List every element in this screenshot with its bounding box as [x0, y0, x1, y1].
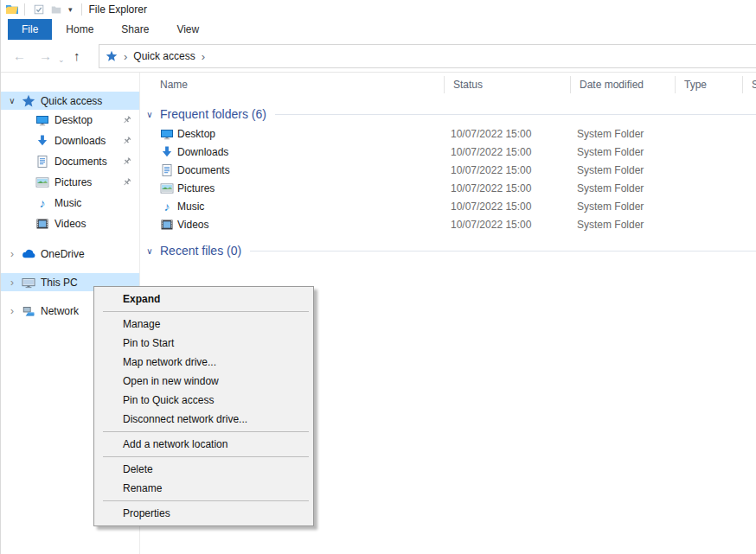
column-header-status[interactable]: Status	[444, 76, 570, 93]
pictures-icon	[35, 175, 49, 189]
sidebar-item-label: Desktop	[54, 114, 93, 126]
file-name: Documents	[177, 164, 230, 176]
new-folder-icon	[50, 3, 62, 16]
sidebar-item-label: Music	[54, 197, 81, 209]
quick-access-star-icon	[106, 50, 118, 62]
sidebar-item-pictures[interactable]: Pictures	[1, 172, 139, 193]
navigation-bar: ← → ⌄ ↑ › Quick access ›	[1, 40, 756, 73]
pin-icon	[121, 136, 132, 147]
tab-share[interactable]: Share	[107, 19, 163, 40]
file-row-videos[interactable]: Videos10/07/2022 15:00System Folder	[140, 215, 756, 233]
address-bar[interactable]: › Quick access ›	[99, 44, 756, 68]
file-name-cell: Pictures	[140, 181, 444, 195]
date-modified-cell: 10/07/2022 15:00	[444, 219, 570, 231]
date-modified-cell: 10/07/2022 15:00	[444, 201, 570, 213]
qat-properties-button[interactable]	[30, 3, 48, 16]
quick-access-star-icon	[22, 94, 35, 108]
file-row-downloads[interactable]: Downloads10/07/2022 15:00System Folder	[140, 143, 756, 161]
sidebar-item-label: Videos	[54, 218, 86, 230]
up-button[interactable]: ↑	[74, 48, 80, 65]
downloads-icon	[160, 145, 174, 159]
forward-button[interactable]: →	[39, 48, 52, 65]
group-header-frequent-folders[interactable]: ∨Frequent folders (6)	[140, 104, 756, 124]
context-menu: ExpandManagePin to StartMap network driv…	[93, 286, 314, 526]
chevron-down-icon[interactable]: ∨	[6, 96, 18, 105]
titlebar-separator	[24, 3, 25, 16]
back-button[interactable]: ←	[13, 48, 26, 65]
ribbon-tab-bar: FileHomeShareView	[1, 19, 756, 40]
group-rule	[250, 251, 756, 252]
column-header-date-modified[interactable]: Date modified	[570, 76, 675, 93]
desktop-icon	[35, 113, 49, 127]
file-name-cell: Documents	[140, 163, 444, 177]
column-header-row: NameStatusDate modifiedTypeSize	[140, 73, 756, 97]
qat-customize-button[interactable]: ▾	[65, 6, 76, 14]
menu-separator	[103, 500, 309, 501]
column-header-size[interactable]: Size	[742, 76, 756, 93]
breadcrumb-quick-access[interactable]: Quick access	[133, 50, 195, 62]
menu-item-properties[interactable]: Properties	[94, 504, 313, 523]
menu-item-rename[interactable]: Rename	[94, 479, 313, 498]
file-row-desktop[interactable]: Desktop10/07/2022 15:00System Folder	[140, 124, 756, 143]
breadcrumb-chevron-icon[interactable]: ›	[195, 50, 211, 63]
music-icon: ♪	[160, 200, 174, 213]
breadcrumb-chevron-icon[interactable]: ›	[118, 50, 133, 63]
tab-file[interactable]: File	[8, 19, 52, 40]
chevron-right-icon[interactable]: ›	[6, 277, 18, 289]
menu-item-pin-to-start[interactable]: Pin to Start	[94, 334, 313, 353]
sidebar-item-label: Network	[41, 305, 79, 317]
chevron-down-icon[interactable]: ∨	[143, 110, 157, 119]
sidebar-item-downloads[interactable]: Downloads	[1, 131, 139, 151]
file-explorer-icon	[5, 3, 19, 16]
type-cell: System Folder	[570, 182, 675, 194]
window-title: File Explorer	[89, 3, 147, 16]
menu-item-pin-to-quick-access[interactable]: Pin to Quick access	[94, 391, 313, 410]
sidebar-item-label: This PC	[41, 277, 78, 289]
chevron-right-icon[interactable]: ›	[6, 248, 18, 260]
sidebar-item-label: Downloads	[54, 135, 106, 147]
sidebar-item-quick-access[interactable]: ∨Quick access	[1, 92, 139, 110]
menu-item-delete[interactable]: Delete	[94, 460, 313, 479]
menu-item-disconnect-network-drive[interactable]: Disconnect network drive...	[94, 410, 313, 429]
column-header-type[interactable]: Type	[675, 76, 742, 93]
file-name: Pictures	[177, 182, 215, 194]
date-modified-cell: 10/07/2022 15:00	[444, 182, 570, 194]
sidebar-item-onedrive[interactable]: ›OneDrive	[1, 245, 139, 263]
menu-item-expand[interactable]: Expand	[94, 290, 313, 309]
menu-item-add-a-network-location[interactable]: Add a network location	[94, 435, 313, 454]
file-name: Downloads	[177, 146, 228, 158]
group-title: Frequent folders (6)	[160, 107, 266, 121]
titlebar-separator	[81, 3, 82, 16]
column-header-name[interactable]: Name	[140, 76, 444, 93]
menu-item-map-network-drive[interactable]: Map network drive...	[94, 353, 313, 372]
titlebar: ▾ File Explorer	[1, 0, 756, 19]
type-cell: System Folder	[570, 146, 675, 158]
type-cell: System Folder	[570, 164, 675, 176]
chevron-down-icon[interactable]: ∨	[143, 246, 157, 256]
qat-new-folder-button[interactable]	[48, 3, 65, 16]
sidebar-item-music[interactable]: ♪Music	[1, 193, 139, 213]
menu-separator	[103, 311, 309, 312]
type-cell: System Folder	[570, 219, 675, 231]
recent-locations-caret[interactable]: ⌄	[58, 51, 65, 68]
sidebar-item-documents[interactable]: Documents	[1, 151, 139, 172]
chevron-right-icon[interactable]: ›	[6, 305, 18, 317]
menu-item-manage[interactable]: Manage	[94, 315, 313, 334]
tab-view[interactable]: View	[163, 19, 213, 40]
videos-icon	[35, 217, 49, 231]
sidebar-item-videos[interactable]: Videos	[1, 213, 139, 234]
file-row-documents[interactable]: Documents10/07/2022 15:00System Folder	[140, 161, 756, 179]
group-header-recent-files[interactable]: ∨Recent files (0)	[140, 240, 756, 261]
date-modified-cell: 10/07/2022 15:00	[444, 146, 570, 158]
file-row-music[interactable]: ♪Music10/07/2022 15:00System Folder	[140, 197, 756, 215]
sidebar-item-desktop[interactable]: Desktop	[1, 110, 139, 131]
pin-icon	[121, 115, 132, 126]
this-pc-icon	[22, 276, 35, 290]
sidebar-item-label: Pictures	[54, 176, 92, 188]
tab-home[interactable]: Home	[52, 19, 107, 40]
sidebar-gap	[1, 234, 139, 245]
file-row-pictures[interactable]: Pictures10/07/2022 15:00System Folder	[140, 179, 756, 197]
videos-icon	[160, 218, 174, 232]
menu-item-open-in-new-window[interactable]: Open in new window	[94, 372, 313, 391]
file-name-cell: Desktop	[140, 127, 444, 141]
